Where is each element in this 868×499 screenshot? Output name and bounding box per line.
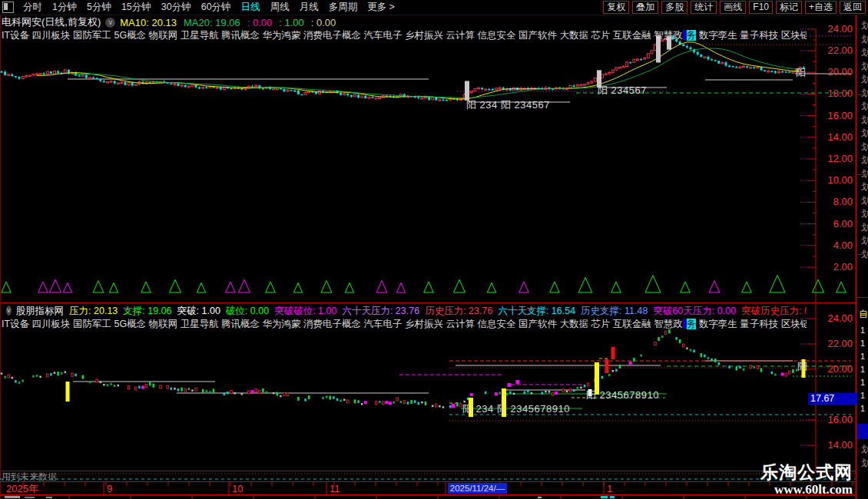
axis-tick-label: 12.00 bbox=[817, 154, 853, 164]
toolbar-button-+自选[interactable]: +自选 bbox=[805, 1, 837, 14]
sidebar-selected-item[interactable] bbox=[857, 424, 868, 439]
axis-tick-label: 24.00 bbox=[817, 24, 853, 35]
axis-tick-label: 4.00 bbox=[817, 240, 853, 251]
window-layout-icon[interactable] bbox=[2, 2, 14, 13]
concept-tags[interactable]: IT设备 四川板块 国防军工 5G概念 物联网 卫星导航 腾讯概念 华为鸿蒙 消… bbox=[2, 319, 683, 329]
sidebar-vertical-text: 划划划划划划划划划划划划划划划划划划 bbox=[861, 19, 868, 261]
period-tab-分时[interactable]: 分时 bbox=[23, 1, 42, 14]
selected-date-badge[interactable]: 2025/11/24/— bbox=[448, 483, 507, 494]
toolbar-button-复权[interactable]: 复权 bbox=[603, 1, 629, 14]
period-tab-5分钟[interactable]: 5分钟 bbox=[87, 1, 111, 14]
concept-tag-highlighted[interactable]: 务 bbox=[687, 319, 697, 329]
axis-tick-label: 20.00 bbox=[817, 67, 853, 78]
concept-tag-highlighted[interactable]: 务 bbox=[687, 30, 697, 41]
axis-tick-label: 16.00 bbox=[817, 111, 853, 121]
indicator-values: 压力: 20.13支撑: 19.06突破: 1.00破位: 0.00突破破位: … bbox=[69, 304, 807, 317]
concept-tags[interactable]: 数字孪生 量子科技 区块链 数字货币 人工智能 bbox=[696, 319, 807, 329]
indicator-value: 历史压力: 23.76 bbox=[425, 306, 492, 316]
timeline-month-label: 9 bbox=[107, 484, 112, 494]
svg-text:阳 234567: 阳 234567 bbox=[501, 99, 550, 111]
chart-title-row: 电科网安(日线,前复权) ∨ MA10: 20.13MA20: 19.06: 0… bbox=[2, 15, 343, 29]
sidebar-badge[interactable]: 自 bbox=[859, 308, 868, 321]
indicator-value: 突破60天压力: 0.00 bbox=[653, 306, 736, 316]
current-value-badge: 17.67 bbox=[808, 393, 857, 405]
toolbar-action-buttons: 复权叠加多股统计画线F10标记+自选返回 bbox=[603, 1, 866, 14]
ma-value: MA10: 20.13 bbox=[120, 17, 177, 28]
indicator-value: 六十天支撑: 16.54 bbox=[498, 306, 575, 316]
timeline-month-label: 1 bbox=[607, 484, 612, 494]
stock-title: 电科网安(日线,前复权) bbox=[2, 15, 101, 29]
sidebar-digit: 1 bbox=[860, 378, 865, 387]
svg-text:阳 234: 阳 234 bbox=[466, 99, 498, 111]
concept-tags[interactable]: IT设备 四川板块 国防军工 5G概念 物联网 卫星导航 腾讯概念 华为鸿蒙 消… bbox=[2, 30, 683, 41]
axis-tick-label: 2.00 bbox=[817, 262, 853, 273]
ma-value: : 0.00 bbox=[247, 17, 273, 28]
axis-tick-label: 20.00 bbox=[817, 364, 853, 375]
watermark-url: www.60lt.com bbox=[760, 482, 853, 497]
indicator-header-row: ∨ 股朋指标网 压力: 20.13支撑: 19.06突破: 1.00破位: 0.… bbox=[2, 304, 807, 317]
ma-value: MA20: 19.06 bbox=[184, 17, 240, 28]
period-tab-月线[interactable]: 月线 bbox=[300, 1, 319, 14]
axis-tick-label: 22.00 bbox=[817, 339, 853, 349]
watermark-site-name: 乐淘公式网 bbox=[760, 462, 853, 482]
period-tab-周线[interactable]: 周线 bbox=[270, 1, 290, 14]
period-tab-60分钟[interactable]: 60分钟 bbox=[201, 1, 231, 14]
svg-text:阳 2345678910: 阳 2345678910 bbox=[497, 403, 570, 415]
chevron-down-icon[interactable]: ∨ bbox=[6, 306, 12, 316]
axis-tick-label: 24.00 bbox=[817, 313, 853, 324]
concept-tags-row-upper: IT设备 四川板块 国防军工 5G概念 物联网 卫星导航 腾讯概念 华为鸿蒙 消… bbox=[2, 29, 807, 42]
indicator-value: 破位: 0.00 bbox=[226, 306, 269, 316]
toolbar-button-叠加[interactable]: 叠加 bbox=[632, 1, 658, 14]
ma-value: : 1.00 bbox=[279, 17, 304, 28]
sidebar-vertical-text: 划划 bbox=[861, 443, 868, 470]
concept-tags-row-lower: IT设备 四川板块 国防军工 5G概念 物联网 卫星导航 腾讯概念 华为鸿蒙 消… bbox=[2, 318, 807, 331]
axis-tick-label: 18.00 bbox=[817, 88, 853, 99]
indicator-value: 支撑: 19.06 bbox=[123, 306, 171, 316]
axis-tick-label: 14.00 bbox=[817, 132, 853, 143]
tdx-trading-app: 分时1分钟5分钟15分钟30分钟60分钟日线周线月线多周期更多 > 复权叠加多股… bbox=[0, 0, 868, 499]
indicator-value: 突破破位: 1.00 bbox=[274, 306, 336, 316]
sidebar-digit: 1 bbox=[860, 339, 865, 348]
watermark: 乐淘公式网 www.60lt.com bbox=[760, 462, 853, 497]
period-tab-1分钟[interactable]: 1分钟 bbox=[52, 1, 77, 14]
timeline-month-label: 2025年 bbox=[6, 484, 38, 494]
sidebar-digit: 1 bbox=[860, 352, 865, 361]
indicator-value: 压力: 20.13 bbox=[69, 306, 118, 316]
sidebar-digit: 1 bbox=[860, 404, 865, 413]
axis-tick-label: 22.00 bbox=[817, 45, 853, 56]
indicator-name: 股朋指标网 bbox=[16, 305, 65, 317]
indicator-value: 突破历史压力: 0.00 bbox=[741, 306, 807, 316]
period-tab-30分钟[interactable]: 30分钟 bbox=[161, 1, 191, 14]
sidebar-digit: 1 bbox=[860, 326, 865, 335]
ma-values: MA10: 20.13MA20: 19.06: 0.00: 1.00: 0.00 bbox=[120, 15, 343, 29]
svg-text:阳: 阳 bbox=[797, 361, 808, 372]
svg-text:阳 234567: 阳 234567 bbox=[598, 84, 647, 96]
clipped-right-sidebar[interactable]: 划划划划划划划划划划划划划划划划划划自1111111划划 bbox=[857, 15, 868, 499]
toolbar-button-F10[interactable]: F10 bbox=[749, 1, 773, 14]
axis-tick-label: 10.00 bbox=[817, 175, 853, 186]
axis-tick-label: 14.00 bbox=[817, 440, 853, 451]
axis-tick-label: 16.00 bbox=[817, 415, 853, 425]
indicator-value: 六十天压力: 23.76 bbox=[342, 306, 419, 316]
toolbar-button-标记[interactable]: 标记 bbox=[776, 1, 802, 14]
period-tab-更多 >[interactable]: 更多 > bbox=[367, 1, 395, 14]
sidebar-digit: 1 bbox=[860, 391, 865, 400]
future-data-note: 用到未来数据 bbox=[2, 471, 57, 484]
period-tab-日线[interactable]: 日线 bbox=[241, 1, 260, 14]
sidebar-digit: 1 bbox=[860, 365, 865, 374]
period-tabs: 分时1分钟5分钟15分钟30分钟60分钟日线周线月线多周期更多 > bbox=[23, 1, 395, 14]
period-tab-多周期[interactable]: 多周期 bbox=[329, 1, 358, 14]
ma-value: : 0.00 bbox=[311, 17, 336, 28]
concept-tags[interactable]: 数字孪生 量子科技 区块链 数字货币 人工智能 bbox=[696, 30, 807, 41]
toolbar-button-返回[interactable]: 返回 bbox=[840, 1, 866, 14]
toolbar-button-多股[interactable]: 多股 bbox=[661, 1, 687, 14]
timeline-month-label: 11 bbox=[330, 484, 340, 494]
period-tab-15分钟[interactable]: 15分钟 bbox=[121, 1, 151, 14]
svg-text:阳 2345678910: 阳 2345678910 bbox=[586, 389, 659, 401]
toolbar-button-统计[interactable]: 统计 bbox=[691, 1, 717, 14]
top-toolbar: 分时1分钟5分钟15分钟30分钟60分钟日线周线月线多周期更多 > 复权叠加多股… bbox=[0, 0, 868, 15]
toolbar-button-画线[interactable]: 画线 bbox=[720, 1, 746, 14]
svg-text:阳 234: 阳 234 bbox=[462, 403, 494, 415]
chevron-down-icon[interactable]: ∨ bbox=[105, 18, 115, 28]
svg-text:阳: 阳 bbox=[796, 67, 807, 78]
